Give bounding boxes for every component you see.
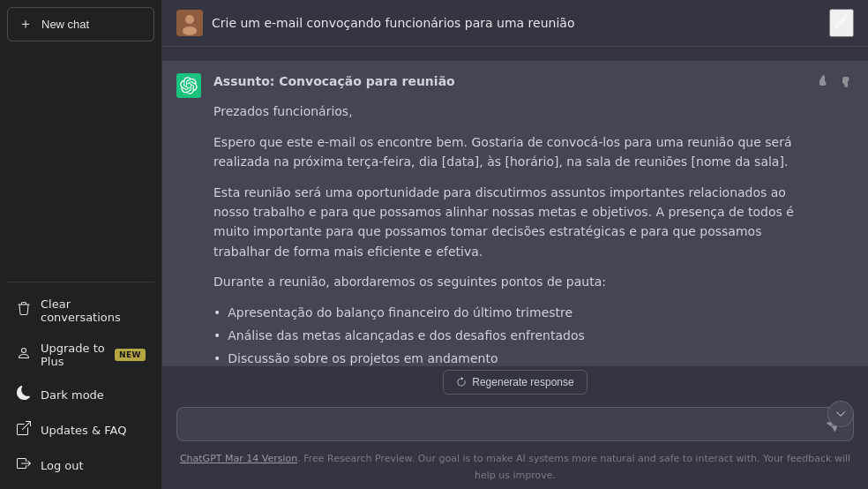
new-chat-button[interactable]: ＋ New chat [7,7,154,41]
sidebar-item-updates-faq[interactable]: Updates & FAQ [7,413,154,447]
message-para4: Durante a reunião, abordaremos os seguin… [213,272,803,291]
external-link-icon [16,421,32,439]
main-content: Crie um e-mail convoçando funcionários p… [162,0,868,489]
svg-point-2 [183,26,197,35]
message-subject: Assunto: Convocação para reunião [213,74,455,88]
logout-icon [16,456,32,474]
header-left: Crie um e-mail convoçando funcionários p… [176,10,574,36]
sidebar: ＋ New chat Clear conversations Upgrade t… [0,0,162,489]
footer-text: ChatGPT Mar 14 Version. Free Research Pr… [180,453,850,481]
sidebar-item-clear-conversations[interactable]: Clear conversations [7,290,154,332]
sidebar-item-upgrade[interactable]: Upgrade to Plus NEW [7,334,154,376]
dark-mode-label: Dark mode [41,388,104,402]
input-wrapper [176,407,854,441]
trash-icon [16,302,32,320]
gpt-avatar [176,73,201,98]
message-para1: Prezados funcionários, [213,102,803,121]
regenerate-button[interactable]: Regenerate response [443,370,587,395]
message-bullets: Apresentação do balanço financeiro do úl… [213,303,803,366]
sidebar-bottom: Clear conversations Upgrade to Plus NEW … [7,282,154,482]
input-area [162,400,868,445]
edit-button[interactable] [829,9,854,37]
chat-area[interactable]: Assunto: Convocação para reunião Prezado… [162,47,868,366]
user-icon [16,346,32,364]
sidebar-item-logout[interactable]: Log out [7,448,154,482]
header-title: Crie um e-mail convoçando funcionários p… [212,16,574,30]
bullet-3: Discussão sobre os projetos em andamento [213,349,803,366]
avatar [176,10,203,36]
thumbs-up-button[interactable] [815,73,831,92]
scroll-bottom-button[interactable] [827,401,854,427]
message-content: Assunto: Convocação para reunião Prezado… [213,71,803,366]
upgrade-label: Upgrade to Plus [41,342,106,368]
sidebar-spacer [7,49,154,282]
regenerate-bar: Regenerate response [162,366,868,400]
logout-label: Log out [41,459,84,472]
bullet-2: Análise das metas alcançadas e dos desaf… [213,326,803,345]
footer: ChatGPT Mar 14 Version. Free Research Pr… [162,445,868,489]
bullet-1: Apresentação do balanço financeiro do úl… [213,303,803,322]
sidebar-item-dark-mode[interactable]: Dark mode [7,378,154,411]
message-para2: Espero que este e-mail os encontre bem. … [213,132,803,172]
plus-icon: ＋ [19,15,33,34]
assistant-message: Assunto: Convocação para reunião Prezado… [162,61,868,366]
chat-input[interactable] [188,415,818,433]
message-para3: Esta reunião será uma oportunidade para … [213,183,803,262]
new-badge: NEW [115,349,146,361]
chat-header: Crie um e-mail convoçando funcionários p… [162,0,868,47]
svg-point-1 [185,15,194,24]
updates-faq-label: Updates & FAQ [41,424,126,437]
regenerate-label: Regenerate response [472,376,573,388]
message-actions [815,71,854,92]
thumbs-down-button[interactable] [838,73,854,92]
new-chat-label: New chat [41,18,89,31]
footer-link[interactable]: ChatGPT Mar 14 Version [180,453,297,464]
moon-icon [16,386,32,403]
clear-conversations-label: Clear conversations [41,297,146,324]
